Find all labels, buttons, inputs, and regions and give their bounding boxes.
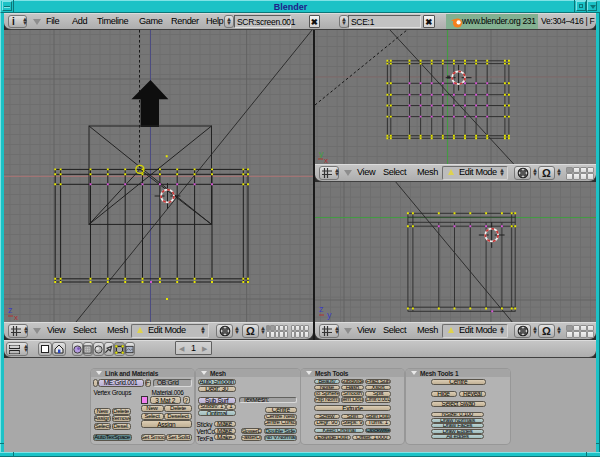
svg-text:z: z [319, 304, 324, 314]
svg-text:y: y [327, 310, 332, 320]
svg-text:z: z [8, 305, 13, 315]
svg-text:x: x [14, 313, 18, 322]
svg-text:x: x [324, 156, 328, 164]
